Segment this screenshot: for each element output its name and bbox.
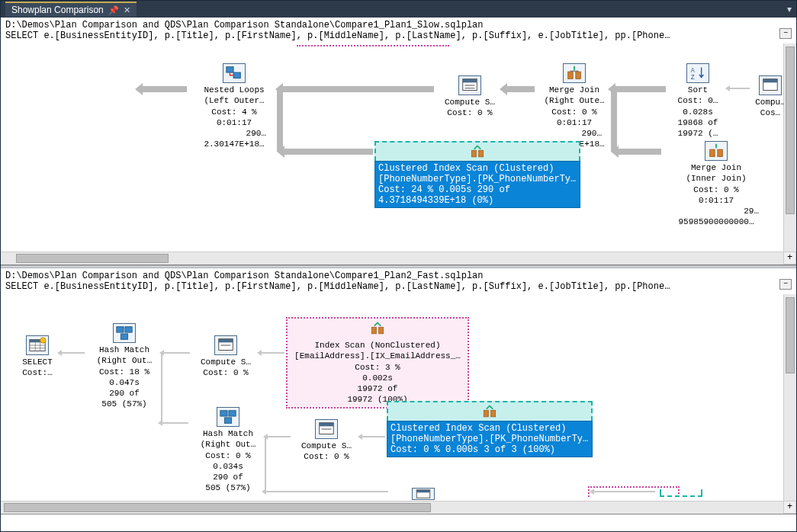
label: Hash Match <box>190 428 266 439</box>
node-nested-loops[interactable]: Nested Loops (Left Outer… Cost: 4 % 0:01… <box>188 63 280 150</box>
compute-scalar-icon <box>458 75 481 95</box>
label: Nested Loops <box>188 85 280 95</box>
label: Merge Join <box>536 85 612 95</box>
node-hash-match[interactable]: Hash Match (Right Out… Cost: 0 % 0.034s … <box>190 407 266 494</box>
scroll-thumb[interactable] <box>16 254 169 263</box>
label: 290 of <box>477 184 510 195</box>
pane2-canvas[interactable]: SELECT Cost:… Hash Match (Right Out… Cos… <box>1 294 796 514</box>
svg-rect-25 <box>121 334 127 339</box>
teal-highlight-edge <box>660 489 702 497</box>
label: Clustered Index Scan (Clustered) <box>378 163 554 174</box>
flow-arrow <box>141 86 187 92</box>
svg-rect-35 <box>320 423 333 427</box>
compute-scalar-icon <box>412 488 435 500</box>
compute-scalar-icon <box>214 335 237 355</box>
pane2-collapse-button[interactable]: − <box>779 279 792 290</box>
label: 95985900000000… <box>663 216 770 227</box>
label: 19972 of <box>291 383 464 394</box>
node-hash-match[interactable]: Hash Match (Right Out… Cost: 18 % 0.047s… <box>86 323 162 410</box>
node-partial[interactable] <box>400 488 446 502</box>
svg-text:Z: Z <box>691 74 695 81</box>
index-scan-icon <box>468 143 487 160</box>
node-merge-join[interactable]: Merge Join (Right Oute… Cost: 0 % 0:01:1… <box>536 63 612 150</box>
label: 290 of <box>86 388 162 399</box>
pane2-header: D:\Demos\Plan Comparison and QDS\Plan Co… <box>1 268 796 294</box>
pane2-sql: SELECT e.[BusinessEntityID], p.[Title], … <box>5 281 792 292</box>
flow-arrow <box>164 352 190 354</box>
pane1-collapse-button[interactable]: − <box>779 28 792 39</box>
highlight-body: Clustered Index Scan (Clustered) [PhoneN… <box>387 421 593 457</box>
node-compute-scalar[interactable]: Compute S… Cost: 0 % <box>292 419 361 463</box>
tab-title: Showplan Comparison <box>11 5 104 15</box>
scroll-thumb[interactable] <box>786 46 795 214</box>
node-compute-scalar[interactable]: Compute S… Cost: 0 % <box>435 75 504 119</box>
label: Compute S… <box>191 357 260 367</box>
window-dropdown-icon[interactable]: ▾ <box>787 4 792 14</box>
label: Cost: 18 % <box>86 367 162 377</box>
label: 3 (100%) <box>511 444 555 455</box>
flow-arrow <box>268 436 291 437</box>
node-merge-join-inner[interactable]: Merge Join (Inner Join) Cost: 0 % 0:01:1… <box>663 141 770 228</box>
svg-rect-13 <box>479 150 484 156</box>
label: 0:01:17 <box>188 117 280 128</box>
pane2-vertical-scrollbar[interactable] <box>783 294 796 501</box>
pane1-header: D:\Demos\Plan Comparison and QDS\Plan Co… <box>1 18 796 43</box>
node-compute-scalar[interactable]: Compute S… Cost: 0 % <box>191 335 260 379</box>
label: Merge Join <box>663 162 770 173</box>
label: 290… <box>188 128 280 139</box>
label: Cost: 24 % <box>378 184 433 195</box>
pane1-canvas-wrap: Nested Loops (Left Outer… Cost: 4 % 0:01… <box>1 43 796 264</box>
label: 3 of <box>484 444 506 455</box>
svg-rect-11 <box>763 79 777 83</box>
svg-rect-0 <box>227 67 233 72</box>
flow-arrow <box>262 352 284 354</box>
pin-icon[interactable]: 📌 <box>108 5 119 15</box>
svg-rect-15 <box>718 149 722 156</box>
label: 4.3718494339E+18 (0%) <box>378 195 493 206</box>
flow-arrow-elbow <box>611 89 617 152</box>
close-icon[interactable]: ✕ <box>124 5 130 15</box>
scroll-thumb[interactable] <box>4 503 431 512</box>
label: 19972 (… <box>667 128 728 139</box>
node-clustered-index-scan-highlighted[interactable]: Clustered Index Scan (Clustered) [PhoneN… <box>374 141 580 208</box>
plan-pane-1: D:\Demos\Plan Comparison and QDS\Plan Co… <box>1 18 796 265</box>
label: Compute S… <box>435 97 504 107</box>
scroll-thumb[interactable] <box>786 297 795 373</box>
pane1-vertical-scrollbar[interactable] <box>783 43 796 252</box>
window-tab[interactable]: Showplan Comparison 📌 ✕ <box>5 2 137 17</box>
label: Cost: 0 % <box>435 107 504 118</box>
flow-arrow <box>614 86 666 92</box>
pane1-canvas[interactable]: Nested Loops (Left Outer… Cost: 4 % 0:01… <box>1 43 796 264</box>
pane1-zoom-button[interactable]: + <box>783 252 796 264</box>
highlight-body: Clustered Index Scan (Clustered) [PhoneN… <box>374 161 580 208</box>
label: Cost:… <box>14 367 60 378</box>
index-scan-icon <box>480 403 500 420</box>
label: Cost: 3 % <box>291 362 464 373</box>
select-icon <box>26 335 49 355</box>
pane2-horizontal-scrollbar[interactable] <box>1 501 783 514</box>
node-select[interactable]: SELECT Cost:… <box>14 335 60 379</box>
pane1-path: D:\Demos\Plan Comparison and QDS\Plan Co… <box>5 20 792 30</box>
svg-rect-38 <box>491 410 496 416</box>
svg-rect-3 <box>463 79 477 83</box>
svg-rect-23 <box>117 327 124 332</box>
flow-arrow <box>283 149 373 155</box>
merge-join-icon <box>563 63 586 83</box>
node-index-scan-highlighted[interactable]: Index Scan (NonClustered) [EmailAddress]… <box>286 317 469 409</box>
svg-rect-30 <box>379 327 384 333</box>
sort-icon: AZ <box>686 63 709 83</box>
pane2-zoom-button[interactable]: + <box>783 501 796 514</box>
svg-rect-33 <box>224 418 231 423</box>
hash-match-icon <box>113 323 136 343</box>
pane1-horizontal-scrollbar[interactable] <box>1 252 783 264</box>
flow-arrow <box>281 86 434 92</box>
svg-rect-27 <box>219 339 233 343</box>
compute-scalar-icon <box>315 419 338 439</box>
node-clustered-index-scan-highlighted[interactable]: Clustered Index Scan (Clustered) [PhoneN… <box>387 401 593 457</box>
label: [PhoneNumberType].[PK_PhoneNumberTy… <box>378 174 576 184</box>
node-sort[interactable]: AZ Sort Cost: 0… 0.028s 19868 of 19972 (… <box>667 63 728 139</box>
flow-arrow-elbow <box>161 353 162 424</box>
flow-arrow-elbow <box>277 89 283 152</box>
svg-rect-31 <box>220 411 227 416</box>
flow-arrow <box>266 491 388 492</box>
